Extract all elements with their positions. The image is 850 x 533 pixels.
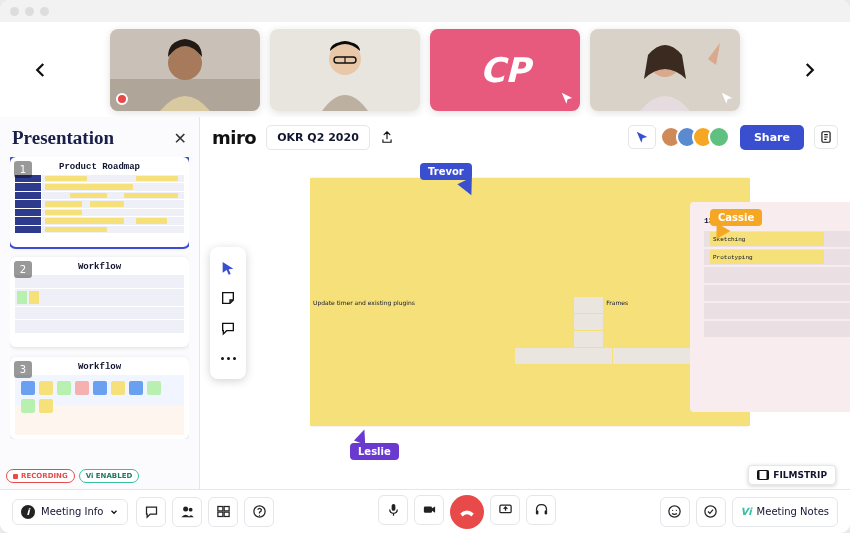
- recording-indicator-icon: [116, 93, 128, 105]
- vi-enabled-badge: Vi ENABLED: [79, 469, 140, 483]
- remote-cursor-cassie: Cassie: [710, 209, 762, 240]
- svg-rect-27: [535, 510, 538, 514]
- svg-point-29: [669, 506, 680, 517]
- slide-title: Product Roadmap: [15, 162, 184, 172]
- svg-rect-28: [544, 510, 547, 514]
- svg-rect-21: [224, 512, 229, 516]
- meeting-notes-button[interactable]: Vi Meeting Notes: [732, 497, 838, 527]
- traffic-light[interactable]: [10, 7, 19, 16]
- meeting-info-button[interactable]: i Meeting Info: [12, 499, 128, 525]
- traffic-light[interactable]: [25, 7, 34, 16]
- close-sidebar-button[interactable]: ✕: [174, 129, 187, 148]
- slide-thumbnail[interactable]: 2 Workflow: [10, 257, 189, 347]
- hangup-button[interactable]: [450, 495, 484, 529]
- reactions-button[interactable]: [660, 497, 690, 527]
- cursor-follow-button[interactable]: [628, 125, 656, 149]
- svg-rect-18: [218, 507, 223, 511]
- slide-thumbnail[interactable]: 1 Product Roadmap: [10, 157, 189, 247]
- info-icon: i: [21, 505, 35, 519]
- macos-titlebar: [0, 0, 850, 22]
- mic-button[interactable]: [378, 495, 408, 525]
- svg-rect-19: [224, 507, 229, 511]
- board-name-button[interactable]: OKR Q2 2020: [266, 125, 370, 150]
- slide-number: 1: [14, 161, 32, 178]
- miro-logo[interactable]: miro: [212, 127, 256, 148]
- upload-icon[interactable]: [380, 130, 394, 144]
- participant-video-strip: CP: [0, 22, 850, 117]
- svg-point-23: [259, 515, 260, 516]
- headphones-button[interactable]: [526, 495, 556, 525]
- video-tile[interactable]: [270, 29, 420, 111]
- chat-button[interactable]: [136, 497, 166, 527]
- svg-point-16: [183, 507, 188, 512]
- collaborator-avatars[interactable]: [666, 126, 730, 148]
- help-button[interactable]: [244, 497, 274, 527]
- activity-icon[interactable]: [814, 125, 838, 149]
- slide-title: Workflow: [15, 262, 184, 272]
- board-canvas[interactable]: Product Roadmap UX teamCassieTrevorJules…: [200, 157, 850, 489]
- tasks-button[interactable]: [696, 497, 726, 527]
- recording-badge: RECORDING: [6, 469, 75, 483]
- svg-rect-25: [423, 506, 431, 512]
- cursor-icon: [560, 91, 574, 105]
- remote-cursor-trevor: Trevor: [420, 163, 476, 196]
- chevron-down-icon: [109, 507, 119, 517]
- svg-point-30: [672, 510, 673, 511]
- prev-participants-button[interactable]: [30, 59, 52, 81]
- share-button[interactable]: Share: [740, 125, 804, 150]
- meeting-controls-bar: i Meeting Info Vi Meeting Notes: [0, 489, 850, 533]
- svg-point-17: [189, 508, 193, 512]
- participants-button[interactable]: [172, 497, 202, 527]
- svg-rect-20: [218, 512, 223, 516]
- traffic-light[interactable]: [40, 7, 49, 16]
- board-canvas-area: miro OKR Q2 2020 Share: [200, 117, 850, 489]
- svg-rect-15: [767, 471, 769, 480]
- video-tile[interactable]: [590, 29, 740, 111]
- camera-button[interactable]: [414, 495, 444, 525]
- presentation-sidebar: Presentation ✕ 1 Product Roadmap: [0, 117, 200, 489]
- video-tile[interactable]: [110, 29, 260, 111]
- svg-rect-24: [391, 504, 395, 511]
- next-participants-button[interactable]: [798, 59, 820, 81]
- slide-thumbnail[interactable]: 3 Workflow: [10, 357, 189, 439]
- share-screen-button[interactable]: [490, 495, 520, 525]
- svg-rect-14: [758, 471, 760, 480]
- remote-cursor-leslie: Leslie: [350, 429, 399, 460]
- layout-button[interactable]: [208, 497, 238, 527]
- sidebar-title: Presentation: [12, 127, 114, 149]
- roadmap-frame[interactable]: Product Roadmap UX teamCassieTrevorJules…: [310, 177, 750, 427]
- cursor-icon: [720, 91, 734, 105]
- svg-point-32: [705, 506, 716, 517]
- slide-title: Workflow: [15, 362, 184, 372]
- filmstrip-button[interactable]: FILMSTRIP: [748, 465, 836, 485]
- participant-initials: CP: [480, 50, 530, 90]
- slide-number: 2: [14, 261, 32, 278]
- board-topbar: miro OKR Q2 2020 Share: [200, 117, 850, 157]
- video-tile-initials[interactable]: CP: [430, 29, 580, 111]
- svg-point-31: [676, 510, 677, 511]
- slide-number: 3: [14, 361, 32, 378]
